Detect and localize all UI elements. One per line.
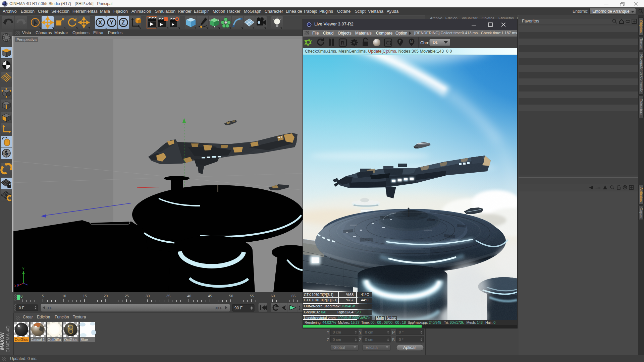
svg-text:0 cm: 0 cm <box>365 338 373 342</box>
svg-text:F: F <box>399 40 401 44</box>
svg-text:S: S <box>4 150 8 156</box>
svg-text:0 °: 0 ° <box>399 338 404 342</box>
svg-text:0 cm: 0 cm <box>333 338 341 342</box>
svg-text:65: 65 <box>291 294 296 298</box>
svg-text:X: X <box>98 19 102 26</box>
svg-text:M: M <box>410 40 413 44</box>
svg-text:40: 40 <box>187 294 191 298</box>
svg-text:50: 50 <box>229 294 233 298</box>
svg-text:20: 20 <box>104 294 108 298</box>
svg-text:30: 30 <box>146 294 150 298</box>
svg-text:Z: Z <box>359 338 361 342</box>
svg-text:0: 0 <box>20 294 22 298</box>
svg-text:DL: DL <box>433 40 438 45</box>
svg-text:Y: Y <box>110 19 114 26</box>
svg-text:R: R <box>341 40 344 46</box>
svg-text:Y: Y <box>327 330 329 335</box>
svg-text:55: 55 <box>250 294 254 298</box>
svg-text:Y: Y <box>359 330 362 335</box>
svg-text:X: X <box>14 284 16 288</box>
svg-text:B: B <box>392 338 395 342</box>
svg-text:Z: Z <box>327 338 329 342</box>
svg-text:10: 10 <box>62 294 66 298</box>
svg-text:0 °: 0 ° <box>399 330 404 334</box>
svg-text:0 cm: 0 cm <box>365 330 373 334</box>
svg-text:0 F: 0 F <box>19 306 24 310</box>
svg-text:Escala: Escala <box>366 345 378 350</box>
svg-text:45: 45 <box>208 294 212 298</box>
svg-text:Global: Global <box>333 345 345 350</box>
svg-text:Y: Y <box>22 267 24 271</box>
svg-text:Aplicar: Aplicar <box>403 345 416 350</box>
svg-text:5: 5 <box>42 294 44 298</box>
svg-text:Chn:: Chn: <box>420 41 429 45</box>
svg-text:60: 60 <box>271 294 275 298</box>
svg-text:P: P <box>392 330 395 335</box>
svg-text:0 F: 0 F <box>47 306 52 310</box>
svg-text:25: 25 <box>125 294 129 298</box>
svg-text:15: 15 <box>83 294 87 298</box>
svg-text:35: 35 <box>166 294 170 298</box>
svg-text:90 F: 90 F <box>234 306 243 310</box>
svg-text:0 cm: 0 cm <box>333 330 341 334</box>
svg-text:90 F: 90 F <box>215 306 222 310</box>
svg-text:Z: Z <box>121 19 125 26</box>
svg-text:Z: Z <box>17 284 19 288</box>
